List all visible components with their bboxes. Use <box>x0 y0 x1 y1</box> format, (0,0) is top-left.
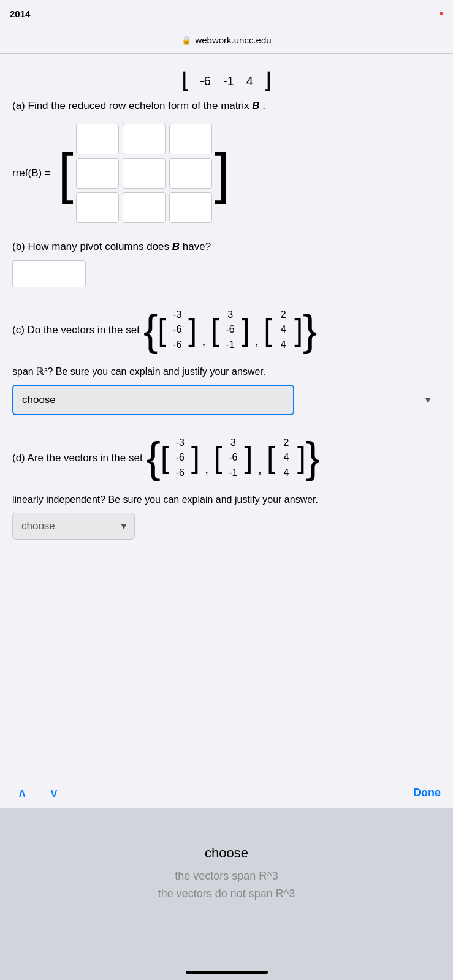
matrix-top-val-1: -6 <box>200 74 211 88</box>
matrix-bracket-d2-left: [ <box>213 442 222 473</box>
vector-c-2: 3 -6 -1 <box>222 306 239 354</box>
set-open-brace-d: { <box>147 436 161 479</box>
matrix-bracket-d1-right: ] <box>191 442 200 473</box>
vec-c3-r3: 4 <box>276 338 291 352</box>
top-matrix-display: ⌊ -6 -1 4 ⌋ <box>12 64 441 98</box>
picker-handle <box>186 971 268 974</box>
picker-selected-option: choose <box>205 845 248 861</box>
part-c-span-text: span ℝ³? Be sure you can explain and jus… <box>12 364 441 380</box>
matrix-cell-2-3[interactable] <box>169 158 212 189</box>
rref-container: rref(B) = [ ] <box>12 120 441 227</box>
status-indicator <box>440 12 443 15</box>
vec-d3-r2: 4 <box>279 451 294 464</box>
vec-d3-r3: 4 <box>279 466 294 480</box>
vec-d2-r2: -6 <box>226 451 240 464</box>
vector-set-d: { [ -3 -6 -6 ] , [ 3 -6 -1 ] , [ <box>147 434 321 482</box>
vec-c1-r3: -6 <box>170 338 185 352</box>
part-c-dropdown-container[interactable]: choose the vectors span R^3 the vectors … <box>12 385 441 415</box>
set-close-brace-d: } <box>306 436 320 479</box>
status-bar: 2014 <box>0 0 453 27</box>
matrix-bracket-d3-right: ] <box>297 442 306 473</box>
vec-c1-r2: -6 <box>170 323 185 336</box>
address-bar: 🔒 webwork.uncc.edu <box>0 27 453 54</box>
part-d-linear-text: linearly independent? Be sure you can ex… <box>12 492 441 508</box>
url-text: webwork.uncc.edu <box>195 35 271 45</box>
vec-d1-r1: -3 <box>173 436 188 450</box>
vector-d-3: 2 4 4 <box>278 434 295 482</box>
status-time: 2014 <box>10 9 30 19</box>
part-c-label: (c) Do the vectors in the set <box>12 322 140 338</box>
matrix-input-wrapper: [ ] <box>58 120 230 227</box>
part-a-bold-b: B <box>252 100 259 111</box>
nav-arrows: ∧ ∨ <box>12 783 64 804</box>
part-d-label: (d) Are the vectors in the set <box>12 450 143 466</box>
set-open-brace-c: { <box>143 309 158 352</box>
vector-c-3: 2 4 4 <box>275 306 292 354</box>
nav-down-button[interactable]: ∨ <box>44 783 64 804</box>
vec-comma-1-c: , <box>202 332 206 354</box>
picker-option-2[interactable]: the vectors do not span R^3 <box>158 888 295 900</box>
main-content: ⌊ -6 -1 4 ⌋ (a) Find the reduced row ech… <box>0 54 453 777</box>
vector-set-c: { [ -3 -6 -6 ] , [ 3 -6 -1 ] , [ <box>143 306 318 354</box>
matrix-bracket-d2-right: ] <box>244 442 253 473</box>
vec-c3-r2: 4 <box>276 323 291 336</box>
set-close-brace-c: } <box>303 309 317 352</box>
part-a-section: (a) Find the reduced row echelon form of… <box>12 98 441 227</box>
matrix-top-val-3: 4 <box>246 74 253 88</box>
vector-d-1: -3 -6 -6 <box>172 434 189 482</box>
matrix-cell-2-2[interactable] <box>123 158 166 189</box>
vec-c3-r1: 2 <box>276 308 291 322</box>
done-button[interactable]: Done <box>413 786 441 799</box>
matrix-top-values: -6 -1 4 <box>200 74 253 88</box>
vec-d1-r2: -6 <box>173 451 188 464</box>
vec-comma-1-d: , <box>205 460 209 482</box>
vec-comma-2-c: , <box>255 332 259 354</box>
matrix-bracket-d3-left: [ <box>267 442 275 473</box>
part-c-dropdown[interactable]: choose the vectors span R^3 the vectors … <box>12 385 294 415</box>
part-d-section: (d) Are the vectors in the set { [ -3 -6… <box>12 428 441 540</box>
vec-c2-r2: -6 <box>223 323 238 336</box>
matrix-bracket-c3-right: ] <box>294 315 303 345</box>
matrix-bracket-big-left: [ <box>58 146 74 201</box>
part-b-section: (b) How many pivot columns does B have? <box>12 239 441 288</box>
matrix-cell-3-3[interactable] <box>169 192 212 223</box>
matrix-cell-1-1[interactable] <box>76 124 119 154</box>
matrix-bracket-c1-right: ] <box>188 315 197 345</box>
picker-area: choose the vectors span R^3 the vectors … <box>0 809 453 980</box>
rref-label: rref(B) = <box>12 167 51 179</box>
vec-d3-r1: 2 <box>279 436 294 450</box>
vector-c-1: -3 -6 -6 <box>169 306 186 354</box>
bottom-toolbar: ∧ ∨ Done <box>0 777 453 809</box>
matrix-grid[interactable] <box>76 120 212 227</box>
bracket-right-top: ⌋ <box>263 70 272 92</box>
matrix-bracket-c2-right: ] <box>242 315 250 345</box>
part-d-dropdown-container[interactable]: choose the vectors are linearly independ… <box>12 513 441 540</box>
part-b-label: (b) How many pivot columns does B have? <box>12 239 441 255</box>
matrix-cell-3-2[interactable] <box>123 192 166 223</box>
matrix-cell-2-1[interactable] <box>76 158 119 189</box>
vec-d2-r3: -1 <box>226 466 240 480</box>
matrix-cell-1-3[interactable] <box>169 124 212 154</box>
matrix-bracket-d1-left: [ <box>161 442 169 473</box>
picker-option-1[interactable]: the vectors span R^3 <box>175 870 278 883</box>
vector-d-2: 3 -6 -1 <box>224 434 242 482</box>
matrix-bracket-c1-left: [ <box>158 315 166 345</box>
matrix-bracket-c3-left: [ <box>264 315 272 345</box>
lock-icon: 🔒 <box>181 36 191 45</box>
matrix-bracket-big-right: ] <box>215 146 230 201</box>
vec-c1-r1: -3 <box>170 308 185 322</box>
pivot-count-input[interactable] <box>12 260 86 287</box>
part-d-dropdown[interactable]: choose the vectors are linearly independ… <box>12 513 135 540</box>
vec-c2-r3: -1 <box>223 338 238 352</box>
part-a-label: (a) Find the reduced row echelon form of… <box>12 98 441 114</box>
matrix-cell-1-2[interactable] <box>123 124 166 154</box>
vec-d2-r1: 3 <box>226 436 240 450</box>
nav-up-button[interactable]: ∧ <box>12 783 32 804</box>
part-b-bold-b: B <box>172 241 180 252</box>
matrix-cell-3-1[interactable] <box>76 192 119 223</box>
vec-d1-r3: -6 <box>173 466 188 480</box>
dropdown-arrow-c: ▼ <box>424 395 432 405</box>
vec-comma-2-d: , <box>257 460 262 482</box>
bracket-left-top: ⌊ <box>181 70 190 92</box>
matrix-top-val-2: -1 <box>223 74 234 88</box>
